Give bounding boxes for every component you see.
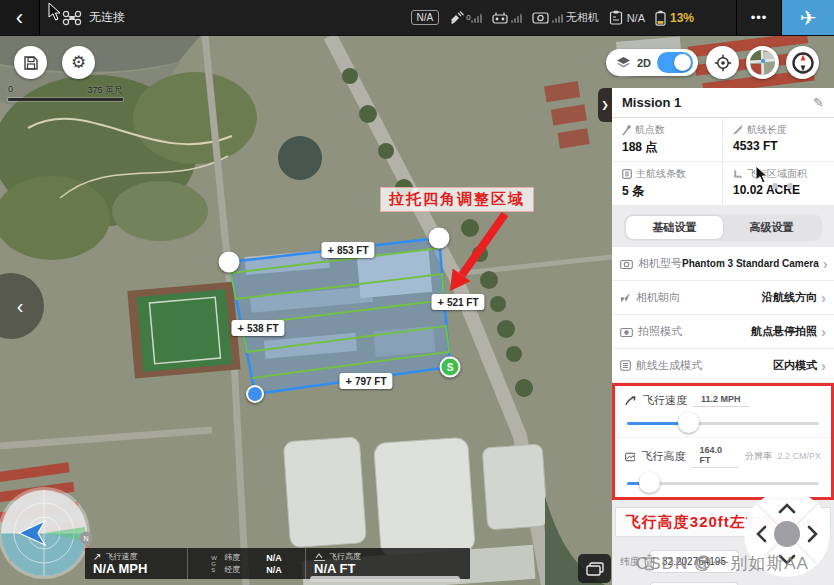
battery-indicator: 13% bbox=[655, 10, 694, 26]
flight-parameters-highlight: 飞行速度 11.2 MPH 飞行高度 164.0 FT bbox=[612, 383, 834, 500]
map-settings-button[interactable]: ⚙ bbox=[62, 46, 95, 79]
satellite-indicator: 0 bbox=[449, 11, 481, 25]
corner-handle-top-left[interactable] bbox=[219, 252, 240, 273]
area-icon bbox=[733, 169, 743, 179]
wgs-label: WGS bbox=[211, 555, 219, 573]
2d-toggle-switch[interactable] bbox=[657, 52, 693, 73]
stat-waypoints: 航点数 188 点 bbox=[612, 118, 723, 162]
altitude-slider-thumb[interactable] bbox=[639, 472, 660, 493]
move-icon: + bbox=[437, 296, 443, 308]
start-label: S bbox=[447, 362, 454, 373]
speed-slider[interactable] bbox=[625, 412, 821, 434]
back-button[interactable]: ‹ bbox=[0, 0, 40, 35]
altitude-slider-icon bbox=[625, 452, 635, 462]
tab-basic-settings[interactable]: 基础设置 bbox=[626, 216, 723, 239]
altitude-slider-row: 飞行高度 164.0 FT 分辨率 2.2 CM/PX bbox=[615, 438, 831, 497]
connection-status-label: 无连接 bbox=[89, 9, 125, 26]
checklist-value: N/A bbox=[627, 12, 645, 24]
save-icon bbox=[23, 55, 39, 71]
mouse-cursor bbox=[48, 2, 62, 22]
battery-icon bbox=[655, 10, 666, 26]
edge-length-left[interactable]: + 538 FT bbox=[231, 320, 284, 336]
edge-length-left-value: 538 FT bbox=[247, 323, 279, 334]
start-point-marker[interactable]: S bbox=[440, 357, 461, 378]
rc-signal-bars bbox=[511, 13, 522, 23]
stat-route-length: 航线长度 4533 FT bbox=[723, 118, 834, 162]
resolution-value: 2.2 CM/PX bbox=[777, 451, 821, 461]
route-lines-icon bbox=[622, 169, 632, 179]
camera-indicator: 无相机 bbox=[532, 10, 599, 25]
stat-main-lines: 主航线条数 5 条 bbox=[612, 162, 723, 206]
home-indicator bbox=[310, 576, 460, 582]
app-root: ‹ 无连接 N/A 0 bbox=[0, 0, 834, 585]
corner-handle-bottom-left[interactable] bbox=[246, 385, 264, 403]
speed-slider-row: 飞行速度 11.2 MPH bbox=[615, 386, 831, 437]
takeoff-button[interactable]: ✈ bbox=[782, 0, 834, 35]
map-screenshot-button[interactable] bbox=[578, 554, 611, 583]
watermark: CSDN @一别如斯AA bbox=[636, 552, 809, 575]
lat-value: N/A bbox=[266, 553, 282, 563]
route-mode-icon bbox=[620, 360, 631, 371]
edge-length-top[interactable]: + 853 FT bbox=[321, 242, 374, 258]
setting-route-mode[interactable]: 航线生成模式 区内模式 › bbox=[612, 349, 834, 382]
speed-slider-thumb[interactable] bbox=[678, 412, 699, 433]
gps-mode-badge: N/A bbox=[411, 10, 440, 25]
locate-me-button[interactable] bbox=[706, 46, 739, 79]
edge-length-right[interactable]: + 521 FT bbox=[431, 294, 484, 310]
checklist-icon bbox=[609, 10, 623, 25]
screenshot-icon bbox=[586, 562, 604, 576]
waypoint-icon bbox=[622, 125, 631, 136]
rc-indicator bbox=[492, 11, 522, 24]
top-status-bar: ‹ 无连接 N/A 0 bbox=[0, 0, 834, 36]
telemetry-speed: ↗ 飞行速度 N/A MPH bbox=[85, 548, 187, 579]
mission-area-polygon bbox=[229, 238, 450, 394]
map-annotation-label: 拉托四角调整区域 bbox=[380, 187, 534, 212]
map-type-button[interactable] bbox=[746, 46, 779, 79]
panel-collapse-tab[interactable]: ❯ bbox=[598, 88, 612, 122]
telemetry-position: WGS 纬度 N/A 经度 N/A bbox=[187, 548, 305, 579]
move-icon: + bbox=[345, 375, 351, 387]
edge-length-top-value: 853 FT bbox=[337, 245, 369, 256]
telemetry-altitude: 飞行高度 N/A FT bbox=[305, 548, 401, 579]
camera-model-icon bbox=[620, 259, 633, 269]
map-scale-bar: 0 375 英尺 bbox=[8, 84, 123, 101]
locate-icon bbox=[714, 54, 732, 72]
chevron-left-icon: ‹ bbox=[17, 295, 24, 318]
camera-icon bbox=[532, 11, 549, 24]
altitude-icon bbox=[314, 553, 325, 561]
topbar-spacer bbox=[129, 0, 411, 35]
layers-icon bbox=[616, 56, 631, 69]
chevron-right-icon: › bbox=[821, 323, 826, 340]
dpad-center bbox=[774, 521, 800, 547]
edge-length-bottom[interactable]: + 797 FT bbox=[339, 373, 392, 389]
setting-camera-model[interactable]: 相机型号 Phantom 3 Standard Camera › bbox=[612, 247, 834, 280]
mouse-cursor bbox=[755, 165, 769, 185]
stats-page-dots bbox=[772, 183, 793, 189]
altitude-slider-label: 飞行高度 bbox=[641, 449, 685, 464]
setting-camera-heading[interactable]: 相机朝向 沿航线方向 › bbox=[612, 281, 834, 314]
corner-handle-top-right[interactable] bbox=[429, 228, 450, 249]
edit-mission-icon[interactable]: ✎ bbox=[813, 95, 824, 110]
camera-status-label: 无相机 bbox=[566, 10, 599, 25]
compass-reset-button[interactable] bbox=[786, 46, 819, 79]
save-mission-button[interactable] bbox=[14, 46, 47, 79]
altitude-value: N/A FT bbox=[314, 562, 393, 576]
more-menu-button[interactable]: ••• bbox=[736, 0, 782, 35]
telemetry-bar: ↗ 飞行速度 N/A MPH WGS 纬度 N/A 经度 N/A bbox=[85, 548, 470, 579]
mission-stats: 航点数 188 点 航线长度 4533 FT bbox=[612, 118, 834, 206]
attitude-indicator: N bbox=[0, 486, 92, 581]
speed-slider-label: 飞行速度 bbox=[643, 393, 687, 408]
map-2d-toggle[interactable]: 2D bbox=[606, 49, 698, 76]
2d-label: 2D bbox=[637, 57, 651, 69]
lat-label: 纬度 bbox=[224, 552, 240, 563]
battery-percent: 13% bbox=[670, 11, 694, 25]
lng-label: 经度 bbox=[224, 564, 240, 575]
compass-needle-icon bbox=[792, 52, 814, 74]
setting-photo-mode[interactable]: 拍照模式 航点悬停拍照 › bbox=[612, 315, 834, 348]
scale-max-label: 375 英尺 bbox=[87, 84, 123, 97]
mission-panel: ❯ Mission 1 ✎ 航点数 188 点 航 bbox=[612, 88, 834, 585]
mission-title: Mission 1 bbox=[622, 95, 813, 110]
photo-mode-icon bbox=[620, 327, 633, 337]
edge-length-right-value: 521 FT bbox=[447, 297, 479, 308]
tab-advanced-settings[interactable]: 高级设置 bbox=[723, 216, 820, 239]
